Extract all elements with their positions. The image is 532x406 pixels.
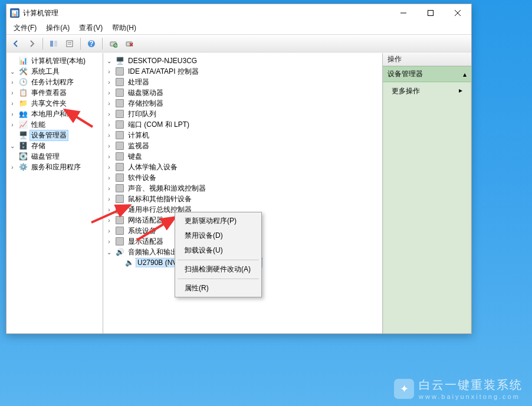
computer-node[interactable]: ⌄ 🖥️ DESKTOP-NJEU3CG — [104, 55, 381, 66]
toolbar-forward-button[interactable] — [25, 37, 39, 51]
toolbar-back-button[interactable] — [9, 37, 23, 51]
tree-label: 任务计划程序 — [30, 77, 75, 87]
computer-label: DESKTOP-NJEU3CG — [127, 57, 198, 65]
device-category[interactable]: ›软件设备 — [104, 172, 381, 183]
svg-rect-6 — [67, 41, 73, 47]
expand-icon[interactable]: › — [9, 111, 16, 117]
expand-icon[interactable]: › — [106, 185, 113, 192]
collapse-icon[interactable]: ⌄ — [106, 249, 113, 256]
ctx-update-driver[interactable]: 更新驱动程序(P) — [176, 214, 260, 228]
expand-icon[interactable]: › — [9, 90, 16, 96]
expand-icon[interactable]: › — [106, 175, 113, 181]
tree-disk-mgmt[interactable]: 💽磁盘管理 — [8, 151, 101, 162]
expand-icon[interactable]: › — [106, 111, 113, 117]
device-category[interactable]: ›监视器 — [104, 140, 381, 151]
category-label: 处理器 — [127, 77, 150, 87]
device-category-icon — [115, 152, 124, 161]
expand-icon[interactable]: › — [106, 217, 113, 224]
titlebar: 📊 计算机管理 — [6, 4, 471, 22]
tree-services-apps[interactable]: › ⚙️ 服务和应用程序 — [8, 162, 101, 172]
chevron-right-icon: ▸ — [459, 86, 462, 94]
device-category[interactable]: ›计算机 — [104, 130, 381, 140]
device-category-icon — [115, 109, 124, 119]
device-category[interactable]: ›打印队列 — [104, 109, 381, 119]
expand-icon[interactable]: › — [106, 79, 113, 86]
expand-icon[interactable]: › — [9, 122, 16, 128]
ctx-properties[interactable]: 属性(R) — [176, 281, 260, 296]
expand-icon[interactable]: › — [9, 79, 16, 86]
expand-icon[interactable]: › — [106, 153, 113, 160]
menu-view[interactable]: 查看(V) — [74, 22, 107, 34]
device-category-icon — [115, 194, 124, 204]
close-button[interactable] — [444, 4, 471, 22]
minimize-button[interactable] — [390, 4, 417, 22]
device-category[interactable]: ›端口 (COM 和 LPT) — [104, 119, 381, 130]
category-label: 系统设备 — [127, 226, 157, 236]
expand-icon[interactable]: › — [106, 228, 113, 234]
expand-icon[interactable]: › — [106, 207, 113, 213]
tree-label: 设备管理器 — [30, 130, 68, 140]
actions-section-device-manager[interactable]: 设备管理器 ▴ — [383, 66, 471, 82]
device-category[interactable]: ›鼠标和其他指针设备 — [104, 194, 381, 204]
tools-icon: 🛠️ — [18, 67, 28, 76]
toolbar-uninstall-button[interactable] — [122, 37, 136, 51]
tree-system-tools[interactable]: ⌄ 🛠️ 系统工具 — [8, 66, 101, 77]
toolbar-show-hide-button[interactable] — [47, 37, 61, 51]
menu-action[interactable]: 操作(A) — [41, 22, 74, 34]
expand-icon[interactable]: › — [106, 238, 113, 245]
tree-label: 事件查看器 — [30, 88, 68, 98]
expand-icon[interactable]: › — [106, 90, 113, 96]
device-category[interactable]: ›磁盘驱动器 — [104, 87, 381, 98]
actions-header: 操作 — [383, 53, 471, 66]
expand-icon[interactable]: › — [106, 122, 113, 128]
tree-label: 性能 — [30, 120, 47, 130]
expand-icon[interactable]: › — [106, 132, 113, 139]
tree-shared-folders[interactable]: ›📁共享文件夹 — [8, 98, 101, 109]
action-more-ops[interactable]: 更多操作 ▸ — [392, 86, 462, 96]
expand-icon[interactable]: › — [106, 164, 113, 171]
ctx-uninstall-device[interactable]: 卸载设备(U) — [176, 243, 260, 258]
tree-task-scheduler[interactable]: ›🕒任务计划程序 — [8, 77, 101, 87]
menu-help[interactable]: 帮助(H) — [107, 22, 141, 34]
device-category[interactable]: ›声音、视频和游戏控制器 — [104, 183, 381, 194]
expand-icon[interactable]: ⌄ — [9, 143, 16, 149]
tree-performance[interactable]: ›📈性能 — [8, 119, 101, 130]
tree-local-users[interactable]: ›👥本地用户和组 — [8, 109, 101, 119]
expand-icon[interactable]: › — [9, 164, 16, 171]
toolbar-help-button[interactable]: ? — [84, 37, 98, 51]
tree-label: 系统工具 — [30, 67, 61, 77]
tree-storage[interactable]: ⌄ 🗄️ 存储 — [8, 140, 101, 151]
watermark-main: 白云一键重装系统 — [419, 377, 523, 393]
expand-icon[interactable]: › — [106, 100, 113, 107]
collapse-icon[interactable]: ⌄ — [106, 58, 113, 64]
tree-device-manager[interactable]: 🖥️设备管理器 — [8, 130, 101, 140]
maximize-button[interactable] — [417, 4, 444, 22]
tree-event-viewer[interactable]: ›📋事件查看器 — [8, 87, 101, 98]
device-category[interactable]: ›存储控制器 — [104, 98, 381, 109]
toolbar-properties-button[interactable] — [63, 37, 77, 51]
tree-root[interactable]: 📊 计算机管理(本地) — [8, 55, 101, 66]
expand-icon[interactable]: ⌄ — [9, 68, 16, 75]
category-label: 鼠标和其他指针设备 — [127, 194, 193, 204]
toolbar-scan-button[interactable] — [106, 37, 120, 51]
actions-body: 更多操作 ▸ — [383, 82, 471, 333]
tree-label: 共享文件夹 — [30, 99, 68, 109]
expand-icon[interactable]: › — [106, 196, 113, 202]
menu-file[interactable]: 文件(F) — [9, 22, 41, 34]
expand-icon[interactable]: › — [106, 68, 113, 75]
device-category[interactable]: ›IDE ATA/ATAPI 控制器 — [104, 66, 381, 77]
device-category-icon — [115, 67, 124, 76]
device-category[interactable]: ›键盘 — [104, 151, 381, 162]
svg-text:?: ? — [89, 40, 93, 48]
device-category[interactable]: ›人体学输入设备 — [104, 162, 381, 172]
services-icon: ⚙️ — [18, 162, 28, 172]
device-category-icon — [115, 99, 124, 108]
expand-icon[interactable]: › — [9, 100, 16, 107]
ctx-disable-device[interactable]: 禁用设备(D) — [176, 228, 260, 243]
ctx-scan-hardware[interactable]: 扫描检测硬件改动(A) — [176, 262, 260, 277]
device-category[interactable]: ›处理器 — [104, 77, 381, 87]
collapse-arrow-icon: ▴ — [463, 70, 467, 78]
audio-icon: 🔊 — [115, 247, 124, 257]
left-navigation-tree[interactable]: 📊 计算机管理(本地) ⌄ 🛠️ 系统工具 ›🕒任务计划程序 — [6, 53, 103, 333]
expand-icon[interactable]: › — [106, 143, 113, 149]
